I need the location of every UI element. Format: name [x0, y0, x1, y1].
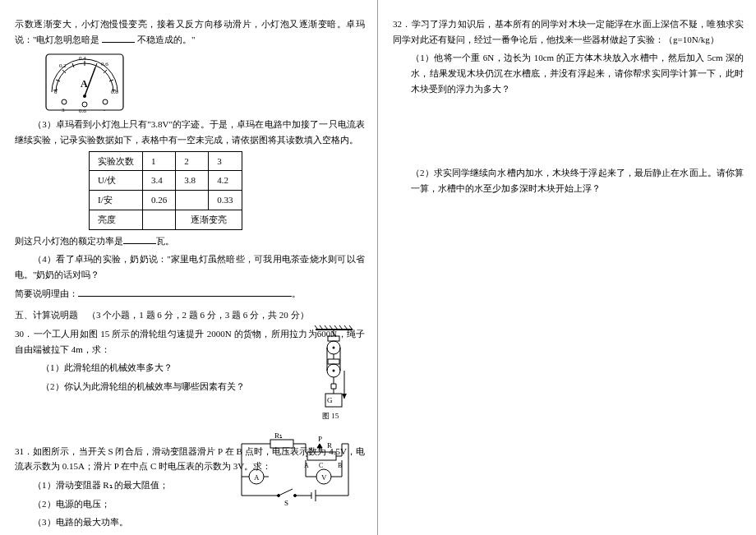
svg-point-17	[62, 99, 67, 104]
fig-label: 图 15	[322, 412, 339, 420]
section-5-heading: 五、计算说明题 （3 个小题，1 题 6 分，2 题 6 分，3 题 6 分，共…	[15, 307, 365, 323]
cell: 0.26	[143, 191, 176, 210]
cell: U/伏	[90, 171, 143, 191]
rated-post: 瓦。	[156, 236, 174, 246]
table-row: U/伏 3.4 3.8 4.2	[90, 171, 242, 191]
svg-rect-38	[328, 359, 339, 364]
svg-text:B: B	[338, 462, 342, 469]
svg-text:0.6: 0.6	[111, 89, 118, 95]
table-row: I/安 0.26 0.33	[90, 191, 242, 210]
q32-sub2: （2）求实同学继续向水槽内加水，木块终于浮起来了，最后静止在水面上。请你算一算，…	[393, 165, 744, 196]
right-column: 32．学习了浮力知识后，基本所有的同学对木块一定能浮在水面上深信不疑，唯独求实同…	[378, 0, 756, 535]
svg-point-19	[103, 99, 108, 104]
q30-num: 30．	[15, 329, 34, 339]
svg-marker-57	[317, 444, 322, 448]
cell: I/安	[90, 191, 143, 210]
svg-marker-48	[342, 394, 347, 399]
intro-line-end: 不稳造成的。"	[137, 35, 196, 44]
cell: 2	[176, 151, 209, 171]
cell	[143, 210, 176, 229]
left-column: 示数逐渐变大，小灯泡慢慢变亮，接着又反方向移动滑片，小灯泡又逐渐变暗。卓玛说："…	[0, 0, 378, 535]
svg-point-71	[278, 494, 280, 496]
svg-text:A: A	[81, 78, 88, 90]
svg-text:A: A	[304, 462, 309, 469]
cell: 逐渐变亮	[176, 210, 242, 229]
svg-point-15	[83, 95, 86, 98]
q3-text: （3）卓玛看到小灯泡上只有"3.8V"的字迹。于是，卓玛在电路中加接了一只电流表…	[15, 117, 365, 147]
svg-rect-34	[328, 336, 339, 341]
experiment-table: 实验次数 1 2 3 U/伏 3.4 3.8 4.2 I/安 0.26 0.33…	[89, 151, 242, 230]
reason-label: 简要说明理由：	[15, 288, 78, 298]
svg-text:G: G	[327, 396, 333, 404]
svg-text:0: 0	[54, 89, 58, 95]
cell: 实验次数	[90, 151, 143, 171]
svg-text:S: S	[284, 499, 288, 507]
cell: 3.8	[176, 171, 209, 191]
circuit-figure: R₁ P R A C B A V S	[233, 431, 357, 514]
svg-line-70	[279, 489, 293, 496]
q31: 31．如图所示，当开关 S 闭合后，滑动变阻器滑片 P 在 B 点时，电压表示数…	[15, 444, 365, 530]
svg-text:P: P	[318, 435, 322, 443]
cell: 亮度	[90, 210, 143, 229]
svg-point-36	[333, 346, 335, 348]
q31-num: 31．	[15, 446, 33, 456]
svg-text:0.6: 0.6	[101, 61, 108, 67]
blank-reason	[78, 287, 292, 297]
q32-num: 32．	[393, 19, 412, 29]
svg-text:0.4: 0.4	[79, 55, 86, 62]
svg-point-40	[333, 369, 335, 371]
q30: 30．一个工人用如图 15 所示的滑轮组匀速提升 2000N 的货物，所用拉力为…	[15, 326, 365, 394]
cell: 1	[143, 151, 176, 171]
ammeter-figure: 0.2 0.4 0.6 0 0.6 A 3 0.6 -	[39, 51, 365, 113]
svg-text:R₁: R₁	[274, 431, 283, 440]
cell: 0.33	[209, 191, 242, 210]
svg-rect-53	[307, 452, 336, 460]
blank-instability	[102, 33, 135, 43]
pulley-figure: G 图 15	[311, 325, 357, 428]
q32-intro-text: 学习了浮力知识后，基本所有的同学对木块一定能浮在水面上深信不疑，唯独求实同学对此…	[393, 19, 744, 44]
svg-text:0.2: 0.2	[59, 62, 67, 69]
table-row: 亮度 逐渐变亮	[90, 210, 242, 229]
q32-intro: 32．学习了浮力知识后，基本所有的同学对木块一定能浮在水面上深信不疑，唯独求实同…	[393, 16, 744, 47]
cell-blank	[176, 191, 209, 210]
cell: 3	[209, 151, 242, 171]
svg-text:R: R	[327, 441, 332, 450]
svg-text:C: C	[319, 462, 323, 469]
svg-text:A: A	[254, 473, 260, 482]
svg-point-18	[82, 102, 87, 107]
intro-text: 示数逐渐变大，小灯泡慢慢变亮，接着又反方向移动滑片，小灯泡又逐渐变暗。卓玛说："…	[15, 16, 365, 47]
q31-sub3: （3）电路的最大功率。	[15, 514, 365, 530]
svg-rect-50	[270, 440, 293, 448]
svg-text:V: V	[321, 473, 327, 482]
cell: 3.4	[143, 171, 176, 191]
cell: 4.2	[209, 171, 242, 191]
q4-text: （4）看了卓玛的实验，奶奶说："家里电灯虽然暗些，可我用电茶壶烧水则可以省电。"…	[15, 251, 365, 282]
q32-sub1: （1）他将一个重 6N，边长为 10cm 的正方体木块放入水槽中，然后加入 5c…	[393, 50, 744, 96]
table-row: 实验次数 1 2 3	[90, 151, 242, 171]
rated-power-line: 则这只小灯泡的额定功率是瓦。	[15, 233, 365, 249]
rated-pre: 则这只小灯泡的额定功率是	[15, 236, 123, 246]
reason-line: 简要说明理由：。	[15, 286, 365, 302]
blank-power	[123, 234, 156, 244]
